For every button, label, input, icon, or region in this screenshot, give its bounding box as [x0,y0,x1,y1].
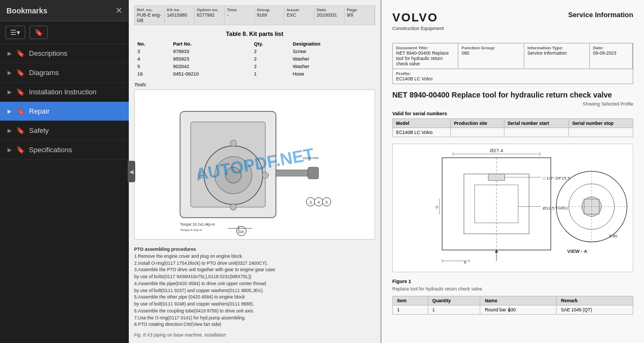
date-value: 09-09-2023 [593,50,629,56]
header-group: Group9169 [255,6,285,25]
col-no: No. [134,40,170,48]
sidebar-toolbar: ☰▾ 🔖 [0,21,129,44]
svg-text:5: 5 [325,200,328,205]
list-item: 1.Remove the engine cover and plug on en… [134,253,375,260]
sidebar-item-label: Installation Instruction [29,88,97,96]
sidebar-close-button[interactable]: ✕ [115,5,122,16]
svg-point-5 [230,140,237,146]
chevron-right-icon: ▶ [8,108,12,114]
bookmark-icon: 🔖 [16,146,25,154]
bookmark-icon: 🔖 [16,126,25,135]
svg-rect-32 [488,174,504,181]
list-item: 2.Install O-ring(0117 1754,block) to PTO… [134,260,375,267]
bookmark-icon: 🔖 [16,69,25,77]
col-designation: Designation [290,40,375,48]
info-type-value: Service Information [528,50,586,56]
date-label: Date: [593,46,629,50]
sidebar-item-label: Specifications [29,146,72,154]
kit-parts-title: Table 8. Kit parts list [134,31,375,37]
service-info-title: Service Information [568,11,633,19]
left-document-panel: Ref. no.PUB-E eng-GB Kit no.14515980 Opt… [129,0,382,343]
svg-text:0: 0 [436,205,438,210]
header-option: Option no.8277992 [195,6,225,25]
parts-table: No. Part No. Qty. Designation 39789332Sc… [134,40,375,78]
tools-label: Tools: [134,82,375,87]
table-row: 59020422Washer [134,63,375,70]
list-item: by use of bolt(0111 9248) and copper was… [134,301,375,308]
header-date: Date20100331 [314,6,345,25]
figure-caption: Replace tool for hydraulic return check … [392,286,633,292]
svg-point-4 [225,167,241,183]
list-item: 5.Assemble the other pipe (0420 4584) to… [134,294,375,301]
bookmark-icon: 🔖 [16,88,25,96]
serial-section-title: Valid for serial numbers [392,111,633,116]
doc-title-value: NET 8940-00400 Replace tool for hydrauli… [396,50,455,66]
sidebar-item-label: Diagrams [29,69,59,77]
chevron-right-icon: ▶ [8,50,12,56]
table-row: 160451-062101Hose [134,70,375,78]
sidebar-item-safety[interactable]: ▶ 🔖 Safety [0,121,129,140]
svg-text:3: 3 [310,200,312,205]
svg-text:Ø27.4: Ø27.4 [490,148,503,153]
svg-text:4: 4 [317,200,320,205]
bookmark-icon: 🔖 [16,49,25,57]
right-document-panel: VOLVO Construction Equipment Service Inf… [382,0,644,343]
sidebar-title: Bookmarks [6,6,47,15]
list-item: by use of bolts(0117 9436M10x75L),0118 0… [134,273,375,280]
svg-point-8 [262,172,268,178]
sidebar-item-installation[interactable]: ▶ 🔖 Installation Instruction [0,83,129,102]
doc-title-cell: Document Title: NET 8940-00400 Replace t… [393,43,458,69]
info-type-cell: Information Type: Service Information [524,43,590,69]
showing-profile: Showing Selected Profile [392,101,633,107]
svg-rect-10 [308,167,319,179]
svg-text:5.80: 5.80 [609,234,618,238]
svg-rect-9 [276,170,308,176]
sidebar-item-label: Descriptions [29,49,68,57]
tech-drawing: Ø27.4 □ 1/2"-DP15.5 0 [392,144,633,272]
doc-diagram: AUTOPDF.NET 3 [134,90,375,240]
svg-text:Torque:4.1kp·m: Torque:4.1kp·m [180,228,202,232]
chevron-right-icon: ▶ [8,128,12,133]
list-item: 4.Assemble the pipe(0420 4584) to drive … [134,280,375,287]
sidebar-item-specifications[interactable]: ▶ 🔖 Specifications [0,140,129,160]
info-type-label: Information Type: [528,46,586,50]
figure-label: Figure 1 [392,279,633,284]
doc-main-title: NET 8940-00400 Replace tool for hydrauli… [392,91,633,99]
toolbar-bookmark-button[interactable]: 🔖 [30,26,48,39]
table-row: EC140B LC Volvo [393,128,633,137]
function-group-cell: Function Group: 080 [458,43,524,69]
list-item: 8.PTO rotating direction:CW(View fan sid… [134,321,375,328]
table-row: 11Round bar ϕ30SAE 1045 (QT) [393,305,633,315]
collapse-handle[interactable]: ◀ [128,161,135,182]
profile-cell: Profile: EC140B LC Volvo [393,69,458,84]
svg-text:Ø12.5 THRU: Ø12.5 THRU [543,206,568,211]
list-item: 6.Assemble the coupling tube(0419 9756) … [134,308,375,315]
svg-point-7 [198,172,204,178]
sidebar-item-descriptions[interactable]: ▶ 🔖 Descriptions [0,44,129,63]
diagram-svg: 3 4 5 16 GEAR PAP Torque:16.2±1.4kp·m To… [135,90,375,239]
fig-caption: Fig. 8 X3 piping on base machine, instal… [134,332,375,338]
header-page: Page9/9 [345,6,375,25]
function-group-label: Function Group: [462,46,520,50]
chevron-right-icon: ▶ [8,147,12,153]
header-issuer: IssuerEXC [284,6,314,25]
bookmark-icon: 🔖 [16,107,25,115]
sidebar-item-diagrams[interactable]: ▶ 🔖 Diagrams [0,63,129,83]
header-ref: Ref. no.PUB-E eng-GB [135,6,165,25]
profile-value: EC140B LC Volvo [396,76,455,81]
pto-title: PTO assembling procedures [134,246,375,253]
svg-text:GEAR PAP: GEAR PAP [303,156,319,160]
sidebar-item-repair[interactable]: ▶ 🔖 Repair [0,102,129,121]
profile-label: Profile: [396,71,455,76]
chevron-right-icon: ▶ [8,89,12,95]
volvo-logo: VOLVO [392,11,444,25]
header-time: Time- [225,6,255,25]
sidebar: Bookmarks ✕ ☰▾ 🔖 ▶ 🔖 Descriptions ▶ 🔖 Di… [0,0,129,343]
toolbar-menu-button[interactable]: ☰▾ [5,26,25,39]
list-item: by use of bolt(0111 9237) and copper was… [134,287,375,294]
svg-text:VIEW - A: VIEW - A [567,249,588,254]
volvo-subtitle: Construction Equipment [392,26,444,31]
tech-drawing-svg: Ø27.4 □ 1/2"-DP15.5 0 [393,144,633,272]
date-cell: Date: 09-09-2023 [590,43,633,69]
serial-table: ModelProduction siteSerial number startS… [392,118,633,137]
